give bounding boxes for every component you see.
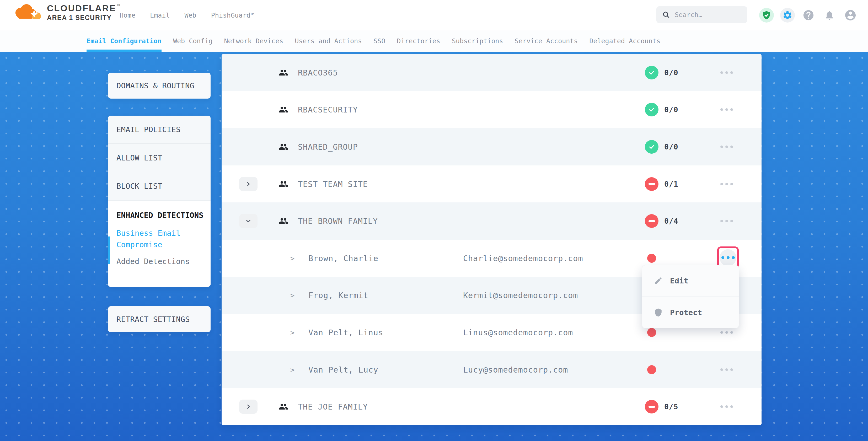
status-ok-icon xyxy=(645,66,658,80)
sidebar-item-allow-list[interactable]: ALLOW LIST xyxy=(108,144,211,172)
expand-group-button[interactable] xyxy=(239,177,257,191)
group-icon xyxy=(278,179,288,189)
row-menu-button[interactable] xyxy=(720,366,733,374)
tab-subscriptions[interactable]: Subscriptions xyxy=(452,30,503,52)
protected-count: 0/0 xyxy=(664,143,678,151)
row-menu-button[interactable] xyxy=(720,328,733,336)
member-chevron-icon: > xyxy=(290,366,294,374)
tab-web-config[interactable]: Web Config xyxy=(173,30,213,52)
menu-item-protect[interactable]: Protect xyxy=(642,296,739,328)
row-menu-button[interactable] xyxy=(720,180,733,188)
groups-table: RBACO3650/0RBACSECURITY0/0SHARED_GROUP0/… xyxy=(222,54,762,425)
minus-glyph xyxy=(649,406,655,408)
member-name: Brown, Charlie xyxy=(308,254,378,263)
group-icon xyxy=(278,105,288,115)
sidebar-item-business-email-compromise[interactable]: Business Email Compromise xyxy=(117,227,204,250)
sidebar-item-domains-routing: DOMAINS & ROUTING xyxy=(117,81,194,90)
group-name: THE JOE FAMILY xyxy=(298,402,368,411)
tab-email-configuration[interactable]: Email Configuration xyxy=(87,30,161,52)
context-menu: EditProtect xyxy=(642,265,739,328)
member-name: Van Pelt, Lucy xyxy=(308,365,378,374)
member-name: Van Pelt, Linus xyxy=(308,328,383,337)
search-input[interactable] xyxy=(674,11,738,19)
sidebar-item-retract-settings: RETRACT SETTINGS xyxy=(117,315,190,324)
top-nav-item-web[interactable]: Web xyxy=(184,11,196,19)
sidebar-item-block-list[interactable]: BLOCK LIST xyxy=(108,172,211,200)
status-dot xyxy=(647,328,656,337)
header-icon-strip xyxy=(759,0,858,30)
user-icon[interactable] xyxy=(843,8,858,23)
tab-delegated-accounts[interactable]: Delegated Accounts xyxy=(589,30,660,52)
group-name: RBACSECURITY xyxy=(298,105,358,114)
table-row-group: SHARED_GROUP0/0 xyxy=(222,128,762,165)
tab-service-accounts[interactable]: Service Accounts xyxy=(515,30,578,52)
tab-sso[interactable]: SSO xyxy=(373,30,385,52)
gear-icon[interactable] xyxy=(780,8,795,23)
domains-routing-card[interactable]: DOMAINS & ROUTING xyxy=(108,73,211,99)
row-menu-button[interactable] xyxy=(720,249,736,266)
chevron-right-icon xyxy=(245,181,251,187)
status-blocked-icon xyxy=(645,400,658,413)
protected-count: 0/1 xyxy=(664,180,678,188)
group-icon xyxy=(278,402,288,412)
table-row-group: RBACSECURITY0/0 xyxy=(222,91,762,128)
brand-name: CLOUDFLARE xyxy=(47,4,116,12)
tab-directories[interactable]: Directories xyxy=(397,30,440,52)
row-menu-button[interactable] xyxy=(720,106,733,114)
search-box xyxy=(656,6,747,23)
top-nav: HomeEmailWebPhishGuard™ xyxy=(120,0,254,30)
group-name: TEST TEAM SITE xyxy=(298,179,368,189)
row-menu-button[interactable] xyxy=(720,143,733,151)
sidebar-item-email-policies[interactable]: EMAIL POLICIES xyxy=(108,116,211,144)
top-nav-item-home[interactable]: Home xyxy=(120,11,135,19)
page-background: DOMAINS & ROUTINGEMAIL POLICIESALLOW LIS… xyxy=(0,52,868,441)
app-header: CLOUDFLARE ® AREA 1 SECURITY HomeEmailWe… xyxy=(0,0,868,31)
expand-group-button[interactable] xyxy=(239,400,257,414)
cloudflare-logo[interactable]: CLOUDFLARE ® AREA 1 SECURITY xyxy=(11,3,120,22)
member-email: Kermit@somedemocorp.com xyxy=(463,291,578,300)
row-menu-button[interactable] xyxy=(720,69,733,76)
menu-item-edit[interactable]: Edit xyxy=(642,265,739,296)
ellipsis-icon xyxy=(721,254,735,262)
enhanced-detections-section: ENHANCED DETECTIONSBusiness Email Compro… xyxy=(108,200,211,287)
table-row-member: >Van Pelt, LucyLucy@somedemocorp.com xyxy=(222,351,762,388)
protected-count: 0/4 xyxy=(664,217,678,225)
group-name: THE BROWN FAMILY xyxy=(298,217,378,226)
shield-check-icon[interactable] xyxy=(759,8,774,23)
bell-icon[interactable] xyxy=(822,8,837,23)
tab-users-and-actions[interactable]: Users and Actions xyxy=(295,30,362,52)
shield-icon xyxy=(654,308,663,317)
help-icon[interactable] xyxy=(801,8,816,23)
table-row-group: THE JOE FAMILY0/5 xyxy=(222,388,762,425)
tab-network-devices[interactable]: Network Devices xyxy=(224,30,283,52)
retract-settings-card[interactable]: RETRACT SETTINGS xyxy=(108,306,211,332)
status-dot xyxy=(647,365,656,374)
member-email: Linus@somedemocorp.com xyxy=(463,328,573,337)
row-menu-button[interactable] xyxy=(720,403,733,411)
brand-subtitle: AREA 1 SECURITY xyxy=(47,14,120,21)
search-icon xyxy=(662,11,670,19)
group-icon xyxy=(278,142,288,152)
protected-count: 0/0 xyxy=(664,68,678,77)
group-icon xyxy=(278,216,288,226)
menu-item-label: Edit xyxy=(670,276,688,285)
table-row-group: THE BROWN FAMILY0/4 xyxy=(222,202,762,240)
group-name: SHARED_GROUP xyxy=(298,142,358,151)
top-nav-item-email[interactable]: Email xyxy=(150,11,170,19)
status-ok-icon xyxy=(645,140,658,154)
member-email: Lucy@somedemocorp.com xyxy=(463,365,568,374)
pencil-icon xyxy=(654,276,663,285)
protected-count: 0/5 xyxy=(664,403,678,411)
sidebar-item-enhanced-detections[interactable]: ENHANCED DETECTIONS xyxy=(117,210,204,221)
top-nav-item-phishguard[interactable]: PhishGuard™ xyxy=(211,11,255,19)
sidebar-item-added-detections[interactable]: Added Detections xyxy=(117,256,204,267)
group-icon xyxy=(278,68,288,77)
row-menu-button[interactable] xyxy=(720,217,733,225)
status-blocked-icon xyxy=(645,177,658,191)
logo-text: CLOUDFLARE ® AREA 1 SECURITY xyxy=(47,4,120,21)
minus-glyph xyxy=(649,220,655,222)
chevron-down-icon xyxy=(245,218,251,224)
status-blocked-icon xyxy=(645,214,658,228)
group-name: RBACO365 xyxy=(298,68,338,77)
collapse-group-button[interactable] xyxy=(239,214,257,228)
